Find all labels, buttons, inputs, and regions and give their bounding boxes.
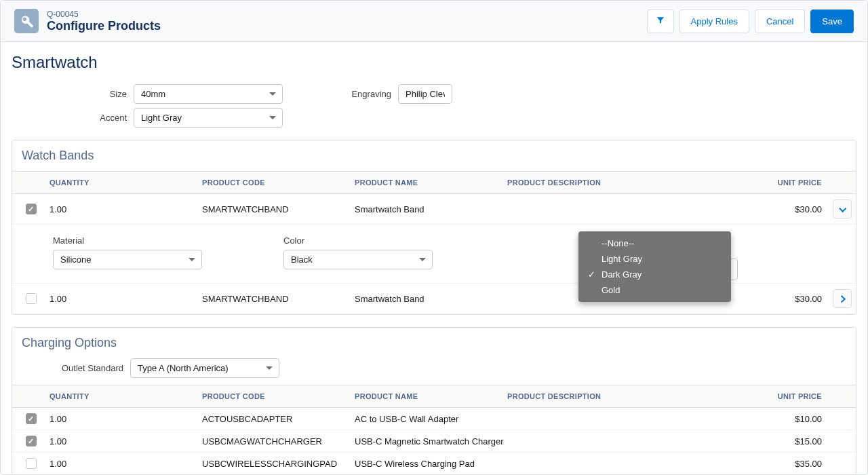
outlet-select[interactable]: Type A (North America) bbox=[130, 358, 279, 378]
cell-code: USBCMAGWATCHCHARGER bbox=[202, 436, 355, 446]
cancel-button[interactable]: Cancel bbox=[755, 10, 805, 33]
col-price: UNIT PRICE bbox=[684, 178, 829, 187]
accent-select-wrap: Light Gray bbox=[134, 108, 283, 128]
cell-name: USB-C Magnetic Smartwatch Charger bbox=[355, 436, 507, 446]
cell-code: SMARTWATCHBAND bbox=[202, 204, 355, 214]
material-label: Material bbox=[53, 235, 202, 246]
col-code: PRODUCT CODE bbox=[202, 392, 355, 400]
cell-price: $15.00 bbox=[684, 436, 856, 446]
cell-price: $10.00 bbox=[684, 414, 856, 424]
header-title-block: Q-00045 Configure Products bbox=[47, 10, 161, 33]
color-label: Color bbox=[283, 235, 433, 246]
size-label: Size bbox=[12, 89, 127, 99]
quote-id: Q-00045 bbox=[47, 10, 161, 19]
cell-qty: 1.00 bbox=[50, 294, 202, 304]
accent-dropdown-menu: --None-- Light Gray Dark Gray Gold bbox=[578, 231, 731, 302]
size-select-wrap: 40mm bbox=[134, 84, 283, 104]
col-name: PRODUCT NAME bbox=[355, 178, 507, 187]
cell-name: USB-C Wireless Charging Pad bbox=[355, 459, 507, 469]
filter-icon bbox=[656, 16, 665, 25]
outlet-label: Outlet Standard bbox=[22, 363, 123, 373]
engraving-label: Engraving bbox=[351, 89, 391, 99]
cell-code: SMARTWATCHBAND bbox=[202, 294, 355, 304]
cell-code: ACTOUSBCADAPTER bbox=[202, 414, 355, 424]
row-checkbox[interactable] bbox=[26, 458, 37, 469]
charging-options-panel: Charging Options Outlet Standard Type A … bbox=[12, 327, 856, 475]
material-select[interactable]: Silicone bbox=[53, 250, 202, 269]
cell-price: $35.00 bbox=[684, 459, 856, 469]
col-quantity: QUANTITY bbox=[50, 178, 202, 187]
dropdown-option-lightgray[interactable]: Light Gray bbox=[578, 251, 731, 267]
content-area: Smartwatch Size 40mm Accent Light Gray E… bbox=[1, 42, 867, 475]
engraving-input[interactable] bbox=[398, 84, 452, 104]
cell-qty: 1.00 bbox=[50, 414, 202, 424]
color-select[interactable]: Black bbox=[283, 250, 433, 269]
page-header: Q-00045 Configure Products Apply Rules C… bbox=[1, 1, 867, 42]
watch-bands-table-head: QUANTITY PRODUCT CODE PRODUCT NAME PRODU… bbox=[12, 171, 856, 194]
save-button[interactable]: Save bbox=[810, 10, 854, 33]
accent-label: Accent bbox=[12, 113, 127, 123]
cell-code: USBCWIRELESSCHARGINGPAD bbox=[202, 459, 355, 469]
dropdown-option-none[interactable]: --None-- bbox=[578, 235, 731, 251]
accent-select[interactable]: Light Gray bbox=[134, 108, 283, 128]
table-row: 1.00 USBCWIRELESSCHARGINGPAD USB-C Wirel… bbox=[12, 453, 856, 475]
table-row: 1.00 SMARTWATCHBAND Smartwatch Band $30.… bbox=[12, 194, 856, 225]
product-attributes: Size 40mm Accent Light Gray Engraving bbox=[12, 84, 856, 128]
cell-qty: 1.00 bbox=[50, 459, 202, 469]
row-checkbox[interactable] bbox=[26, 293, 37, 304]
product-title: Smartwatch bbox=[12, 53, 856, 72]
watch-bands-title: Watch Bands bbox=[12, 140, 856, 171]
header-actions: Apply Rules Cancel Save bbox=[647, 10, 854, 33]
col-desc: PRODUCT DESCRIPTION bbox=[507, 178, 684, 187]
row-checkbox[interactable] bbox=[26, 413, 37, 424]
cell-qty: 1.00 bbox=[50, 204, 202, 214]
apply-rules-button[interactable]: Apply Rules bbox=[679, 10, 749, 33]
row-checkbox[interactable] bbox=[26, 204, 37, 214]
table-row: 1.00 ACTOUSBCADAPTER AC to USB-C Wall Ad… bbox=[12, 408, 856, 430]
col-quantity: QUANTITY bbox=[50, 392, 202, 400]
page-title: Configure Products bbox=[47, 19, 161, 33]
cell-price: $30.00 bbox=[684, 204, 829, 214]
row-checkbox[interactable] bbox=[26, 436, 37, 446]
cell-name: AC to USB-C Wall Adapter bbox=[355, 414, 507, 424]
expand-button[interactable] bbox=[833, 289, 852, 308]
size-select[interactable]: 40mm bbox=[134, 84, 283, 104]
cell-name: Smartwatch Band bbox=[355, 294, 507, 304]
col-name: PRODUCT NAME bbox=[355, 392, 507, 400]
expand-button[interactable] bbox=[833, 200, 852, 218]
watch-bands-panel: Watch Bands QUANTITY PRODUCT CODE PRODUC… bbox=[12, 140, 856, 315]
cell-qty: 1.00 bbox=[50, 436, 202, 446]
col-price: UNIT PRICE bbox=[684, 392, 856, 400]
charging-title: Charging Options bbox=[12, 328, 856, 358]
table-row: 1.00 USBCMAGWATCHCHARGER USB-C Magnetic … bbox=[12, 430, 856, 453]
header-left: Q-00045 Configure Products bbox=[14, 9, 161, 33]
cell-name: Smartwatch Band bbox=[355, 204, 507, 214]
dropdown-option-darkgray[interactable]: Dark Gray bbox=[578, 267, 731, 282]
chevron-right-icon bbox=[838, 295, 846, 303]
chevron-down-icon bbox=[839, 205, 846, 212]
filter-button[interactable] bbox=[647, 10, 674, 33]
col-code: PRODUCT CODE bbox=[202, 178, 355, 187]
wrench-icon bbox=[14, 9, 39, 33]
dropdown-option-gold[interactable]: Gold bbox=[578, 282, 731, 298]
band-config-row: Material Silicone Color Black --None-- L… bbox=[12, 225, 856, 284]
col-desc: PRODUCT DESCRIPTION bbox=[507, 392, 684, 400]
charging-table-head: QUANTITY PRODUCT CODE PRODUCT NAME PRODU… bbox=[12, 385, 856, 408]
